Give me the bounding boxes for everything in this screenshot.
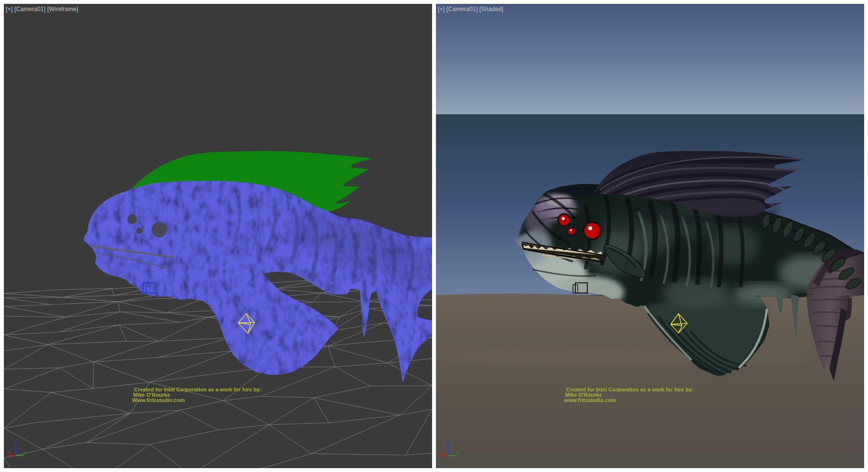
svg-text:z: z <box>446 438 449 444</box>
svg-text:z: z <box>14 438 17 444</box>
svg-text:Www.fritzstudio.com: Www.fritzstudio.com <box>132 397 185 403</box>
svg-text:y: y <box>25 449 27 455</box>
svg-text:www.fritzstudio.com: www.fritzstudio.com <box>564 397 616 403</box>
svg-text:x: x <box>8 449 11 455</box>
svg-text:x: x <box>440 449 443 455</box>
svg-text:y: y <box>457 449 460 455</box>
